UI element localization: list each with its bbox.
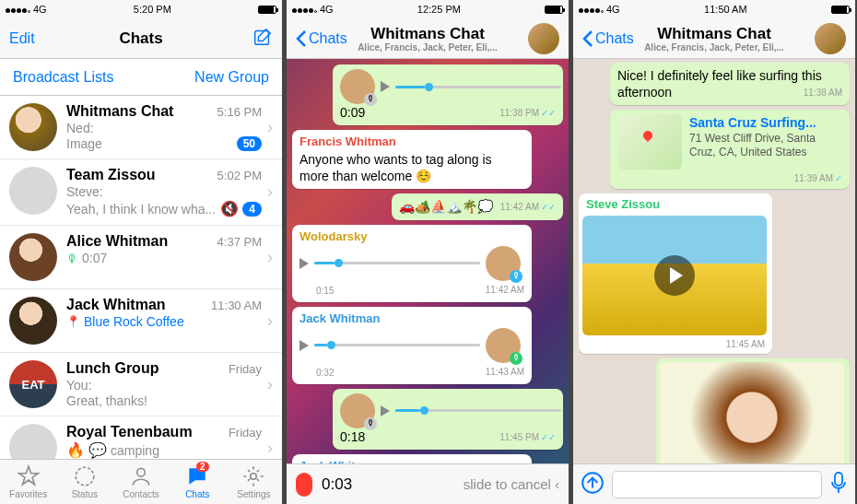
message-input[interactable] <box>612 471 822 498</box>
nav-bar: Chats Whitmans ChatAlice, Francis, Jack,… <box>573 18 855 59</box>
video-thumbnail[interactable] <box>582 216 767 335</box>
battery-icon <box>258 6 276 14</box>
status-bar: 4G 5:20 PM <box>0 0 282 18</box>
status-bar: 4G 11:50 AM <box>573 0 855 18</box>
back-button[interactable]: Chats <box>582 29 634 48</box>
svg-point-3 <box>251 474 257 480</box>
svg-point-2 <box>137 468 146 476</box>
tab-bar: Favorites Status Contacts 2Chats Setting… <box>0 459 282 504</box>
tab-badge: 2 <box>196 462 209 472</box>
tab-favorites[interactable]: Favorites <box>0 460 56 504</box>
messages-list: 🎙 0:0911:38 PM✓✓ Francis Whitman Anyone … <box>287 59 569 463</box>
unread-badge: 4 <box>242 202 262 217</box>
phone-chats-list: 4G 5:20 PM Edit Chats Broadcast Lists Ne… <box>0 0 282 504</box>
emoji-message-out[interactable]: 🚗🏕️⛵🏔️🌴💭11:42 AM✓✓ <box>392 193 563 219</box>
chevron-right-icon: › <box>267 118 273 137</box>
recording-duration: 0:03 <box>322 475 352 494</box>
chevron-right-icon: › <box>267 182 273 202</box>
broadcast-lists-link[interactable]: Broadcast Lists <box>13 69 113 86</box>
voice-message-out[interactable]: 🎙 0:0911:38 PM✓✓ <box>333 64 563 125</box>
chat-list: Whitmans Chat5:16 PM Ned: Image50 › Team… <box>0 96 282 459</box>
read-tick-icon: ✓✓ <box>541 107 556 119</box>
chat-row[interactable]: EAT Lunch GroupFriday You: Great, thanks… <box>0 353 282 416</box>
avatar: EAT <box>9 360 57 408</box>
edit-button[interactable]: Edit <box>9 30 35 47</box>
chevron-right-icon: › <box>267 439 273 458</box>
messages-list: Nice! I definitely feel like surfing thi… <box>573 59 855 463</box>
map-thumbnail <box>617 114 682 170</box>
tab-settings[interactable]: Settings <box>226 460 282 504</box>
voice-message-in[interactable]: Jack Whitman 🎙 0:3211:43 AM <box>292 307 532 384</box>
mic-icon: 🎙 <box>364 93 377 106</box>
avatar <box>9 233 57 281</box>
group-avatar[interactable] <box>528 23 559 54</box>
nav-bar: Edit Chats <box>0 18 282 59</box>
mic-icon: 🎙 <box>364 417 377 430</box>
svg-point-1 <box>76 467 94 486</box>
fire-icon: 🔥 <box>66 441 85 459</box>
unread-badge: 50 <box>237 136 262 151</box>
avatar <box>9 297 57 345</box>
svg-rect-5 <box>835 473 842 486</box>
voice-message-in[interactable]: Wolodarsky 🎙 0:1511:42 AM <box>292 225 532 302</box>
chat-row[interactable]: Royal TenenbaumFriday 🔥💬camping › <box>0 416 282 459</box>
chevron-right-icon: › <box>267 248 273 267</box>
chat-row[interactable]: Jack Whitman11:30 AM 📍Blue Rock Coffee › <box>0 289 282 353</box>
image-thumbnail[interactable] <box>660 362 844 463</box>
input-bar <box>573 463 855 504</box>
chat-row[interactable]: Team Zissou5:02 PM Steve: Yeah, I think … <box>0 159 282 226</box>
play-icon[interactable] <box>299 258 309 269</box>
tab-status[interactable]: Status <box>56 460 112 504</box>
play-icon[interactable] <box>299 340 309 351</box>
tab-contacts[interactable]: Contacts <box>112 460 169 504</box>
phone-group-chat: 4G 12:25 PM Chats Whitmans ChatAlice, Fr… <box>287 0 569 504</box>
chat-icon: 💬 <box>88 441 107 459</box>
mic-icon: 🎙 <box>66 252 78 265</box>
signal-dots-icon <box>6 4 31 15</box>
voice-record-button[interactable] <box>829 471 848 498</box>
status-bar: 4G 12:25 PM <box>287 0 569 18</box>
phone-chat-media: 4G 11:50 AM Chats Whitmans ChatAlice, Fr… <box>573 0 855 504</box>
chat-row[interactable]: Alice Whitman4:37 PM 🎙0:07 › <box>0 226 282 289</box>
compose-button[interactable] <box>252 27 273 51</box>
play-icon[interactable] <box>381 405 390 416</box>
play-overlay-icon[interactable] <box>654 255 695 296</box>
avatar: 🎙 <box>340 69 375 104</box>
page-title: Chats <box>0 29 282 48</box>
muted-icon: 🔇 <box>220 200 239 217</box>
avatar <box>9 167 57 215</box>
chevron-right-icon: › <box>267 375 273 394</box>
mic-icon: 🎙 <box>510 270 522 283</box>
attach-button[interactable] <box>581 471 605 498</box>
nav-bar: Chats Whitmans ChatAlice, Francis, Jack,… <box>287 18 569 59</box>
slide-to-cancel[interactable]: slide to cancel ‹ <box>464 476 559 492</box>
image-message-out[interactable]: 11:48 PM✓✓ <box>656 358 850 463</box>
recording-mic-icon <box>296 473 312 497</box>
voice-message-in[interactable]: Jack Whitman 🎙 <box>292 454 532 463</box>
sub-bar: Broadcast Lists New Group <box>0 59 282 96</box>
voice-message-out[interactable]: 🎙 0:1811:45 PM✓✓ <box>333 389 563 450</box>
group-avatar[interactable] <box>815 23 846 54</box>
pin-icon: 📍 <box>66 315 80 328</box>
new-group-link[interactable]: New Group <box>194 69 269 86</box>
location-message-out[interactable]: Santa Cruz Surfing... 71 West Cliff Driv… <box>610 110 850 189</box>
text-message-in[interactable]: Francis Whitman Anyone who wants to tag … <box>292 130 532 189</box>
recording-bar: 0:03 slide to cancel ‹ <box>287 463 569 504</box>
avatar <box>9 103 57 151</box>
avatar <box>9 424 57 459</box>
video-message-in[interactable]: Steve Zissou 11:45 AM <box>579 193 772 354</box>
back-button[interactable]: Chats <box>296 29 347 48</box>
chat-row[interactable]: Whitmans Chat5:16 PM Ned: Image50 › <box>0 96 282 159</box>
tab-chats[interactable]: 2Chats <box>170 460 226 504</box>
mic-icon: 🎙 <box>510 352 522 365</box>
clock: 5:20 PM <box>134 4 171 15</box>
text-message-out[interactable]: Nice! I definitely feel like surfing thi… <box>610 63 850 105</box>
play-icon[interactable] <box>381 81 390 92</box>
chevron-right-icon: › <box>267 311 273 331</box>
